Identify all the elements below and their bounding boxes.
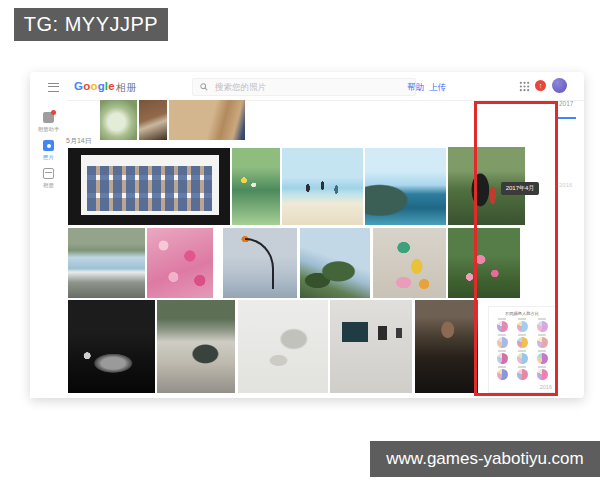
- pie-chart-mini: [512, 350, 532, 366]
- photo-cardboard-boxes[interactable]: [169, 100, 245, 140]
- app-header: Google 相册 帮助 上传 ↑: [30, 72, 584, 101]
- pie-chart-mini: [512, 318, 532, 334]
- google-logo-letter: e: [108, 80, 115, 92]
- sidebar-item-albums[interactable]: 相册: [30, 168, 67, 190]
- albums-icon: [43, 168, 54, 179]
- pie-chart-mini: [512, 366, 532, 382]
- photo-wire-sketch[interactable]: [238, 300, 328, 393]
- photo-street-lamp[interactable]: [223, 228, 297, 298]
- pie-chart-mini: [532, 366, 552, 382]
- photo-courtyard-house[interactable]: [157, 300, 235, 393]
- search-input[interactable]: [213, 81, 387, 93]
- pie-chart-mini: [532, 318, 552, 334]
- photo-garden-flowers[interactable]: [448, 228, 520, 298]
- google-logo-letter: g: [98, 80, 105, 92]
- photo-vintage-car-bw[interactable]: [68, 300, 155, 393]
- telegram-badge: TG: MYYJJPP: [14, 8, 168, 41]
- sidebar: 相册助手 照片 相册: [30, 100, 67, 398]
- photo-woman-portrait[interactable]: [415, 300, 478, 393]
- apps-grid-icon[interactable]: [519, 81, 530, 92]
- sidebar-item-assistant[interactable]: 相册助手: [30, 112, 67, 134]
- product-name: 相册: [116, 81, 136, 95]
- photo-salad-bowl[interactable]: [100, 100, 137, 140]
- photo-gallery-wall[interactable]: [330, 300, 412, 393]
- search-box[interactable]: [192, 78, 416, 96]
- header-link-help[interactable]: 帮助: [407, 82, 424, 94]
- photo-beach-jumping[interactable]: [282, 148, 363, 225]
- assistant-icon: [43, 112, 54, 123]
- search-icon: [200, 83, 208, 91]
- google-logo[interactable]: Google: [74, 80, 115, 92]
- photo-graffiti-art[interactable]: [373, 228, 446, 298]
- timeline-date-tooltip: 2017年4月: [501, 182, 539, 195]
- timeline-year-label: 2017: [559, 100, 573, 107]
- pie-card-title: 不同颜色人群占比: [494, 310, 550, 315]
- sidebar-item-label: 相册: [32, 181, 65, 189]
- google-logo-letter: G: [74, 80, 83, 92]
- timeline-scrubber-handle[interactable]: [557, 117, 576, 119]
- photo-brown-box[interactable]: [139, 100, 167, 140]
- sidebar-item-label: 相册助手: [32, 125, 65, 133]
- google-photos-window: Google 相册 帮助 上传 ↑ 相册助手 照片: [30, 72, 584, 398]
- photo-sea-coast[interactable]: [365, 148, 446, 225]
- pie-chart-mini: [492, 318, 512, 334]
- date-heading: 5月14日: [66, 136, 92, 146]
- photo-tea-package[interactable]: [232, 148, 280, 225]
- website-badge: www.games-yabotiyu.com: [370, 441, 600, 477]
- header-link-upload[interactable]: 上传: [429, 82, 446, 94]
- photo-monitor-screen[interactable]: [68, 148, 230, 225]
- pie-grid: [492, 318, 552, 382]
- sidebar-item-photos[interactable]: 照片: [30, 140, 67, 162]
- pie-chart-mini: [532, 334, 552, 350]
- menu-icon[interactable]: [48, 83, 59, 92]
- photo-pink-flower-market[interactable]: [147, 228, 213, 298]
- sidebar-item-label: 照片: [32, 153, 65, 161]
- photo-palm-leaves[interactable]: [300, 228, 370, 298]
- pie-chart-mini: [492, 366, 512, 382]
- pie-chart-mini: [532, 350, 552, 366]
- pie-chart-mini: [512, 334, 532, 350]
- pie-card-year: 2016: [540, 384, 552, 390]
- account-avatar[interactable]: [552, 78, 567, 93]
- pie-chart-mini: [492, 350, 512, 366]
- photo-blue-vw-bus[interactable]: [68, 228, 145, 298]
- photo-pie-charts-infographic[interactable]: 不同颜色人群占比 2016: [488, 306, 556, 393]
- google-logo-letter: o: [90, 80, 97, 92]
- photos-icon: [43, 140, 54, 151]
- timeline-year-label: 2016: [559, 182, 572, 188]
- notification-dot-icon[interactable]: ↑: [535, 80, 546, 91]
- pie-chart-mini: [492, 334, 512, 350]
